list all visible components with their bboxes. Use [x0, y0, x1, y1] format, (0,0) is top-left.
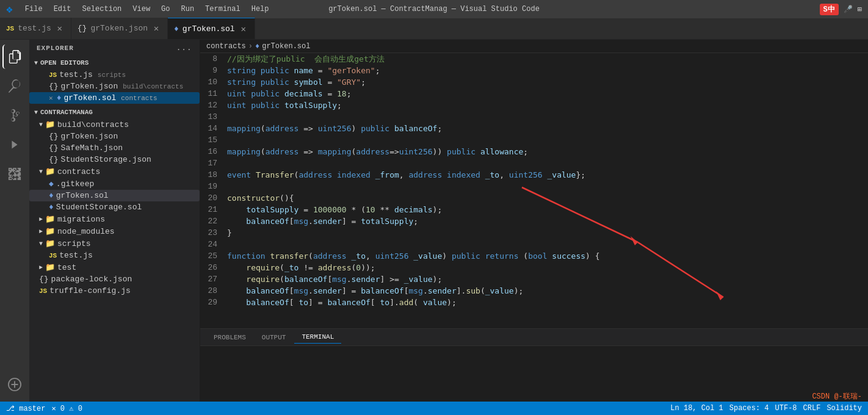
- mic-icon: 🎤: [844, 5, 853, 14]
- git-branch: ⎇ master: [6, 404, 45, 413]
- activity-remote[interactable]: [2, 372, 27, 397]
- folder-name: migrations: [57, 215, 105, 224]
- line-content: [225, 111, 868, 123]
- line-number: 29: [200, 297, 225, 308]
- contractmanag-section[interactable]: ▼ CONTRACTMANAG: [29, 106, 200, 118]
- sidebar: EXPLORER ... ▼ OPEN EDITORS JS test.js s…: [29, 40, 200, 402]
- tab-grtoken-json[interactable]: {}grToken.json✕: [71, 18, 168, 39]
- file-test-js-scripts[interactable]: JS test.js: [29, 250, 200, 261]
- activity-extensions[interactable]: [2, 162, 27, 186]
- tab-terminal[interactable]: TERMINAL: [294, 331, 341, 344]
- activity-source-control[interactable]: [2, 103, 27, 128]
- file-grtoken-sol[interactable]: ♦ grToken.sol: [29, 190, 200, 201]
- status-left: ⎇ master ✕ 0 ⚠ 0: [6, 404, 82, 413]
- folder-name: build\contracts: [57, 120, 129, 129]
- csdn-badge: CSDN @-联瑞-: [812, 391, 862, 402]
- titlebar: ❖ FileEditSelectionViewGoRunTerminalHelp…: [0, 0, 868, 18]
- line-number: 16: [200, 146, 225, 157]
- menu-go[interactable]: Go: [156, 4, 175, 15]
- tab-grtoken-sol[interactable]: ♦grToken.sol✕: [168, 18, 255, 39]
- line-number: 25: [200, 250, 225, 262]
- folder-name: test: [57, 263, 76, 272]
- menu-view[interactable]: View: [128, 4, 155, 15]
- close-icon[interactable]: ✕: [151, 24, 161, 34]
- file-gitkeep[interactable]: ◆ .gitkeep: [29, 178, 200, 190]
- folder-contracts[interactable]: ▼ 📁 contracts: [29, 165, 200, 178]
- code-line-27: 27 require(balanceOf[msg.sender] >= _val…: [200, 273, 868, 285]
- line-number: 21: [200, 204, 225, 215]
- bottom-panel: PROBLEMS OUTPUT TERMINAL: [200, 328, 868, 402]
- breadcrumb: contracts › ♦ grToken.sol: [200, 40, 868, 53]
- file-studentstorage-json[interactable]: {} StudentStorage.json: [29, 154, 200, 165]
- json-icon: {}: [49, 132, 59, 141]
- line-content: string public name = "gerToken";: [225, 65, 868, 76]
- tab-test-js[interactable]: JStest.js✕: [0, 18, 71, 39]
- close-icon[interactable]: ✕: [49, 94, 53, 102]
- code-line-14: 14mapping(address => uint256) public bal…: [200, 123, 868, 134]
- file-grtoken-json[interactable]: {} grToken.json: [29, 131, 200, 142]
- code-line-13: 13: [200, 111, 868, 123]
- line-number: 22: [200, 215, 225, 227]
- code-line-23: 23}: [200, 227, 868, 239]
- close-icon[interactable]: ✕: [239, 24, 248, 34]
- folder-test[interactable]: ► 📁 test: [29, 261, 200, 273]
- folder-migrations[interactable]: ► 📁 migrations: [29, 213, 200, 225]
- language-mode[interactable]: Solidity: [826, 404, 862, 413]
- file-name: package-lock.json: [51, 275, 132, 284]
- json-icon: {}: [39, 275, 49, 284]
- line-content: function transfer(address _to, uint256 _…: [225, 250, 868, 262]
- menu-edit[interactable]: Edit: [49, 4, 76, 15]
- menu-run[interactable]: Run: [176, 4, 200, 15]
- line-content: }: [225, 227, 868, 239]
- code-line-29: 29 balanceOf[ to] = balanceOf[ to].add( …: [200, 297, 868, 308]
- line-number: 19: [200, 181, 225, 192]
- menu-help[interactable]: Help: [247, 4, 274, 15]
- open-file-grtoken-sol[interactable]: ✕ ♦ grToken.sol contracts: [29, 92, 200, 104]
- folder-node-modules[interactable]: ► 📁 node_modules: [29, 225, 200, 237]
- menu-terminal[interactable]: Terminal: [200, 4, 245, 15]
- open-file-test-js[interactable]: JS test.js scripts: [29, 69, 200, 81]
- tab-label: test.js: [18, 24, 51, 33]
- folder-scripts[interactable]: ▼ 📁 scripts: [29, 237, 200, 250]
- explorer-menu[interactable]: ...: [176, 45, 192, 52]
- chevron-down-icon: ▼: [39, 240, 43, 247]
- line-content: require(_to != address(0));: [225, 262, 868, 273]
- tab-output[interactable]: OUTPUT: [255, 331, 294, 344]
- file-name: SafeMath.json: [61, 143, 123, 153]
- menu-selection[interactable]: Selection: [77, 4, 126, 15]
- code-line-22: 22 balanceOf[msg.sender] = totalSupply;: [200, 215, 868, 227]
- file-name: .gitkeep: [56, 179, 94, 189]
- error-count: ✕ 0 ⚠ 0: [51, 404, 82, 413]
- open-editors-section[interactable]: ▼ OPEN EDITORS: [29, 57, 200, 69]
- code-line-28: 28 balanceOf[msg.sender] = balanceOf[msg…: [200, 285, 868, 297]
- panel-tab-bar: PROBLEMS OUTPUT TERMINAL: [200, 329, 868, 346]
- file-safemath-json[interactable]: {} SafeMath.json: [29, 142, 200, 154]
- file-studentstorage-sol[interactable]: ♦ StudentStorage.sol: [29, 201, 200, 213]
- line-number: 13: [200, 111, 225, 123]
- folder-icon: 📁: [45, 262, 55, 272]
- open-file-grtoken-json[interactable]: {} grToken.json build\contracts: [29, 81, 200, 92]
- file-truffle-config-js[interactable]: JS truffle-config.js: [29, 285, 200, 297]
- menu-file[interactable]: File: [20, 4, 48, 15]
- git-icon: ◆: [49, 179, 54, 189]
- breadcrumb-separator: ›: [248, 42, 253, 51]
- folder-icon: 📁: [45, 239, 55, 248]
- activity-explorer[interactable]: [2, 45, 27, 69]
- js-icon: JS: [6, 25, 14, 32]
- line-content: [225, 239, 868, 250]
- line-number: 12: [200, 99, 225, 111]
- chevron-right-icon: ►: [39, 216, 43, 223]
- code-editor[interactable]: 8//因为绑定了public 会自动生成get方法9string public …: [200, 53, 868, 328]
- line-content: require(balanceOf[msg.sender] >= _value)…: [225, 273, 868, 285]
- activity-search[interactable]: [2, 74, 27, 98]
- code-line-21: 21 totalSupply = 1000000 * (10 ** decima…: [200, 204, 868, 215]
- folder-build-contracts[interactable]: ▼ 📁 build\contracts: [29, 118, 200, 131]
- panel-content[interactable]: [200, 346, 868, 402]
- js-icon: JS: [49, 252, 57, 259]
- activity-run[interactable]: [2, 132, 27, 157]
- code-line-16: 16mapping(address => mapping(address=>ui…: [200, 146, 868, 157]
- tab-problems[interactable]: PROBLEMS: [206, 331, 253, 344]
- file-package-lock-json[interactable]: {} package-lock.json: [29, 273, 200, 285]
- close-icon[interactable]: ✕: [55, 24, 65, 34]
- chevron-down-icon: ▼: [39, 121, 43, 128]
